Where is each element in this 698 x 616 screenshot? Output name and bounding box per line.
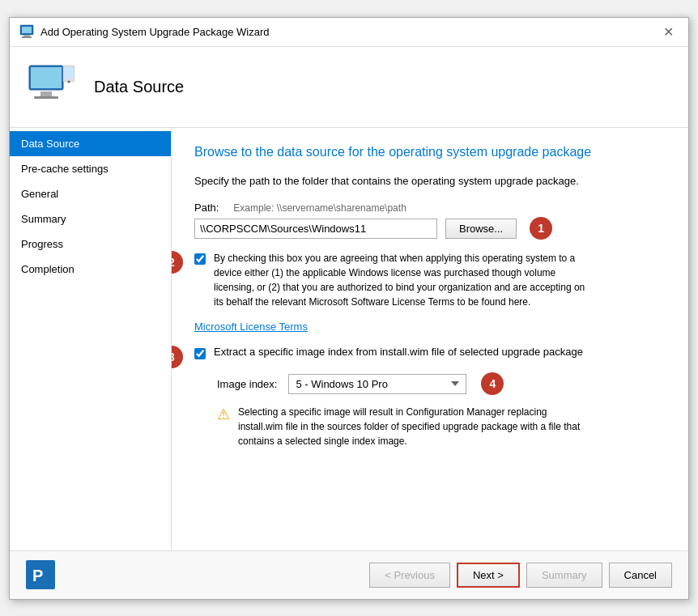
close-button[interactable]: ✕ <box>658 23 679 41</box>
main-panel: Browse to the data source for the operat… <box>172 128 688 550</box>
svg-rect-7 <box>34 96 58 99</box>
previous-button[interactable]: < Previous <box>369 563 450 588</box>
license-section: 2 By checking this box you are agreeing … <box>194 251 666 309</box>
svg-rect-9 <box>65 67 73 79</box>
svg-rect-3 <box>22 36 32 38</box>
next-button[interactable]: Next > <box>457 563 520 588</box>
sidebar-item-data-source[interactable]: Data Source <box>10 131 171 156</box>
sidebar-item-summary[interactable]: Summary <box>10 206 171 232</box>
window-title: Add Operating System Upgrade Package Wiz… <box>40 26 270 38</box>
extract-text: Extract a specific image index from inst… <box>214 346 583 358</box>
sidebar-item-pre-cache[interactable]: Pre-cache settings <box>10 156 171 181</box>
title-bar: Add Operating System Upgrade Package Wiz… <box>10 18 688 47</box>
path-input[interactable] <box>194 219 437 239</box>
extract-section: 3 Extract a specific image index from in… <box>194 346 666 359</box>
browse-button[interactable]: Browse... <box>445 219 517 239</box>
content-area: Data Source Pre-cache settings General S… <box>10 128 688 550</box>
cancel-button[interactable]: Cancel <box>609 563 672 588</box>
sidebar-item-progress[interactable]: Progress <box>10 232 171 257</box>
wizard-window: Add Operating System Upgrade Package Wiz… <box>9 17 689 600</box>
warning-icon: ⚠ <box>217 406 230 423</box>
footer: P < Previous Next > Summary Cancel <box>10 550 688 599</box>
app-icon <box>19 24 34 39</box>
header-title: Data Source <box>94 78 184 96</box>
header-computer-icon <box>26 61 78 113</box>
svg-rect-5 <box>31 67 62 88</box>
step-badge-4: 4 <box>481 372 504 395</box>
path-example: Example: \\servername\sharename\path <box>233 202 406 214</box>
warning-section: ⚠ Selecting a specific image will result… <box>217 405 666 448</box>
image-index-label: Image index: <box>217 378 277 390</box>
header-section: Data Source <box>10 47 688 128</box>
svg-rect-6 <box>40 91 52 96</box>
path-label: Path: <box>194 202 219 214</box>
step-badge-2: 2 <box>172 251 183 274</box>
footer-buttons: < Previous Next > Summary Cancel <box>369 563 672 588</box>
license-text: By checking this box you are agreeing th… <box>214 251 586 309</box>
title-bar-left: Add Operating System Upgrade Package Wiz… <box>19 24 270 39</box>
page-heading: Browse to the data source for the operat… <box>194 144 666 161</box>
path-input-section: Browse... 1 <box>194 217 666 240</box>
warning-text: Selecting a specific image will result i… <box>238 405 594 448</box>
step-badge-1: 1 <box>530 217 552 240</box>
sidebar: Data Source Pre-cache settings General S… <box>10 128 172 550</box>
svg-text:P: P <box>32 567 43 584</box>
footer-logo-area: P <box>26 560 55 589</box>
license-checkbox[interactable] <box>194 253 206 265</box>
svg-rect-1 <box>22 27 32 33</box>
sidebar-item-completion[interactable]: Completion <box>10 257 171 282</box>
image-index-select[interactable]: 5 - Windows 10 Pro 1 - Windows 10 Home 2… <box>288 374 466 394</box>
ms-license-link[interactable]: Microsoft License Terms <box>194 321 666 333</box>
svg-point-10 <box>68 81 70 83</box>
svg-rect-2 <box>23 35 30 36</box>
image-index-row: Image index: 5 - Windows 10 Pro 1 - Wind… <box>194 372 666 395</box>
extract-checkbox[interactable] <box>194 348 206 359</box>
sidebar-item-general[interactable]: General <box>10 181 171 206</box>
footer-logo: P <box>26 560 55 589</box>
step-badge-3: 3 <box>172 346 183 368</box>
description-text: Specify the path to the folder that cont… <box>194 175 666 187</box>
path-row: Path: Example: \\servername\sharename\pa… <box>194 202 666 214</box>
summary-button[interactable]: Summary <box>526 563 602 588</box>
